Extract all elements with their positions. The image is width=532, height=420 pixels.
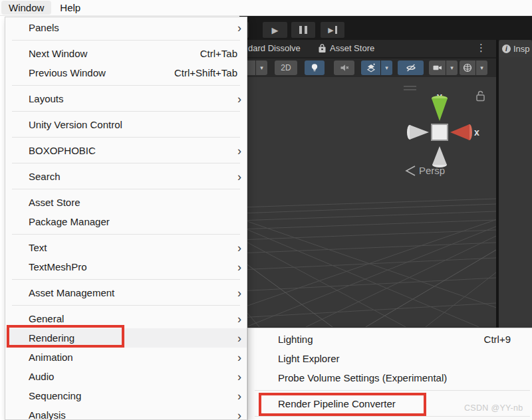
chevron-down-icon: ▾ [450,65,454,71]
gizmo-center-cube[interactable] [432,124,448,140]
gizmo-lock-icon[interactable] [477,91,484,100]
menu-item-lighting[interactable]: Lighting Ctrl+9 [248,330,532,349]
menu-separator [255,390,530,391]
menu-separator [12,189,240,189]
gizmos-toggle-button[interactable]: ▾ [460,60,487,75]
chevron-down-icon: ▾ [385,65,388,71]
tab-asset-store[interactable]: Asset Store [330,43,374,53]
watermark: CSDN @YY-nb [464,403,523,413]
menu-item-package-manager[interactable]: Package Manager [5,212,247,231]
pause-button[interactable] [291,22,315,38]
menu-item-rendering[interactable]: Rendering › [5,328,247,348]
menu-item-help[interactable]: Help [53,1,88,15]
gizmo-y-axis-cone[interactable] [432,98,448,121]
gizmo-bottom-cone[interactable] [432,146,447,165]
menu-item-asset-management[interactable]: Asset Management › [5,283,247,302]
menu-item-light-explorer[interactable]: Light Explorer [248,349,532,368]
menubar: WindowHelp [0,0,532,16]
submenu-arrow-icon: › [228,371,241,383]
menu-item-general[interactable]: General › [5,309,247,328]
scene-view-toolbar: ▾ 2D ▾ [239,58,496,77]
scene-view[interactable]: y x Persp [239,77,496,327]
menu-item-animation[interactable]: Animation › [5,348,247,367]
menu-separator [12,137,240,138]
menu-item-layouts[interactable]: Layouts › [5,89,247,108]
menu-item-unity-version-control[interactable]: Unity Version Control [5,115,247,134]
effects-layers-icon [361,60,380,75]
menu-item-textmeshpro[interactable]: TextMeshPro › [5,257,247,276]
gizmo-left-cone[interactable] [410,125,429,140]
menu-item-sequencing[interactable]: Sequencing › [5,386,247,405]
lightbulb-icon [309,62,320,73]
menu-item-boxophobic[interactable]: BOXOPHOBIC › [5,141,247,160]
play-button[interactable]: ▶ [263,22,287,38]
tab-inspector[interactable]: i Insp [499,40,532,57]
menu-separator [12,111,240,112]
unity-tab-bar: dard Dissolve Asset Store ⋮ [239,40,532,57]
menu-item-panels[interactable]: Panels › [5,18,247,37]
gizmo-x-axis-cone[interactable] [450,124,469,140]
menu-item-audio[interactable]: Audio › [5,367,247,386]
inspector-tab-label: Insp [513,44,530,54]
menu-item-search[interactable]: Search › [5,167,247,186]
submenu-arrow-icon: › [228,390,241,402]
menu-separator [12,305,240,306]
unity-play-toolbar: ▶ ▶ [239,16,532,40]
chevron-down-icon: ▾ [480,65,483,71]
play-icon: ▶ [272,26,279,35]
menu-separator [12,40,240,41]
scene-grid [239,177,496,327]
lighting-toggle-button[interactable] [305,60,325,75]
gizmo-x-label: x [474,127,479,138]
step-button[interactable]: ▶ [321,22,344,38]
menu-item-probe-volume-settings-experimental-[interactable]: Probe Volume Settings (Experimental) [248,368,532,387]
audio-mute-button[interactable] [334,60,354,75]
submenu-arrow-icon: › [228,242,241,254]
scene-grid-and-gizmo: y x Persp [239,77,496,327]
menu-separator [255,416,530,417]
submenu-arrow-icon: › [228,409,241,420]
info-icon: i [502,45,511,53]
camera-settings-button[interactable]: ▾ [429,60,458,75]
submenu-arrow-icon: › [228,352,241,364]
overflow-menu-icon[interactable]: ⋮ [476,42,486,54]
submenu-arrow-icon: › [228,22,241,34]
menu-item-asset-store[interactable]: Asset Store [5,193,247,212]
submenu-arrow-icon: › [228,287,241,299]
persp-chevron-icon [406,166,415,175]
submenu-arrow-icon: › [228,261,241,273]
2d-label: 2D [281,63,291,72]
submenu-arrow-icon: › [228,171,241,183]
tab-scene-partial[interactable]: dard Dissolve [248,43,301,53]
submenu-arrow-icon: › [228,313,241,325]
menu-item-text[interactable]: Text › [5,238,247,257]
menu-separator [12,163,240,163]
2d-toggle-button[interactable]: 2D [275,60,297,75]
window-menu: Panels › Next Window Ctrl+Tab Previous W… [5,17,247,420]
chevron-down-icon: ▾ [260,65,263,71]
asset-store-bag-icon [318,44,327,54]
menu-item-analysis[interactable]: Analysis › [5,405,247,420]
step-icon: ▶ [328,26,336,34]
overlay-grip-icon[interactable] [404,86,416,90]
submenu-arrow-icon: › [228,93,241,105]
gizmo-sphere-icon [460,60,475,75]
pause-icon [299,26,307,34]
menu-item-previous-window[interactable]: Previous Window Ctrl+Shift+Tab [5,63,247,82]
menu-separator [12,85,240,86]
menu-item-window[interactable]: Window [1,1,51,15]
submenu-arrow-icon: › [228,145,241,157]
audio-muted-icon [339,62,350,73]
effects-toggle-button[interactable]: ▾ [361,60,392,75]
persp-label[interactable]: Persp [419,165,445,176]
camera-icon [429,60,446,75]
scene-visibility-button[interactable] [398,60,424,75]
menu-item-next-window[interactable]: Next Window Ctrl+Tab [5,44,247,63]
menu-separator [12,279,240,280]
eye-slash-icon [405,62,417,73]
menu-separator [12,234,240,235]
scene-orientation-gizmo[interactable]: y x Persp [406,91,484,176]
submenu-arrow-icon: › [228,332,241,344]
